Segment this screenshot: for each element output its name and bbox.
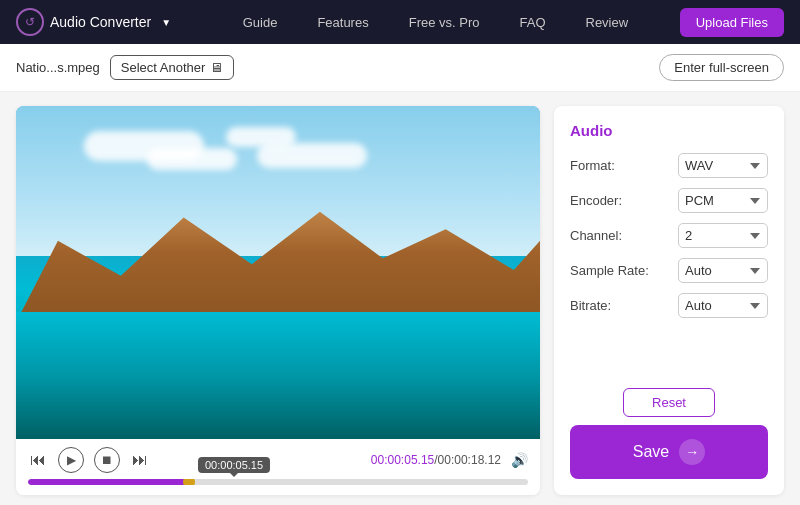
progress-bar[interactable] [28,479,528,485]
fullscreen-button[interactable]: Enter full-screen [659,54,784,81]
save-arrow-icon: → [679,439,705,465]
encoder-label: Encoder: [570,193,622,208]
progress-fill [28,479,193,485]
format-label: Format: [570,158,615,173]
channel-label: Channel: [570,228,622,243]
logo-chevron: ▼ [161,17,171,28]
channel-row: Channel: 21 [570,223,768,248]
logo-icon: ↺ [16,8,44,36]
format-select[interactable]: WAVMP3AACFLAC [678,153,768,178]
cloud-2 [147,148,237,170]
navbar: ↺ Audio Converter ▼ Guide Features Free … [0,0,800,44]
monitor-icon: 🖥 [210,60,223,75]
select-another-label: Select Another [121,60,206,75]
sample-rate-select[interactable]: Auto4410048000 [678,258,768,283]
nav-guide[interactable]: Guide [243,15,278,30]
forward-button[interactable]: ⏭ [130,449,150,471]
settings-panel: Audio Format: WAVMP3AACFLAC Encoder: PCM… [554,106,784,495]
bitrate-select[interactable]: Auto128k256k [678,293,768,318]
bitrate-label: Bitrate: [570,298,611,313]
nav-free-vs-pro[interactable]: Free vs. Pro [409,15,480,30]
nav-links: Guide Features Free vs. Pro FAQ Review [191,15,680,30]
encoder-select[interactable]: PCMMP3 [678,188,768,213]
logo-text: Audio Converter [50,14,151,30]
cloud-4 [257,143,367,168]
progress-area: 00:00:05.15 [28,479,528,485]
toolbar-left: Natio...s.mpeg Select Another 🖥 [16,55,234,80]
nav-features[interactable]: Features [317,15,368,30]
main-content: ⏮ ▶ ⏹ ⏭ 00:00:05.15/00:00:18.12 🔊 00:00:… [0,92,800,505]
reset-button[interactable]: Reset [623,388,715,417]
select-another-button[interactable]: Select Another 🖥 [110,55,235,80]
encoder-row: Encoder: PCMMP3 [570,188,768,213]
format-row: Format: WAVMP3AACFLAC [570,153,768,178]
video-preview [16,106,540,439]
time-current: 00:00:05.15 [371,453,434,467]
save-label: Save [633,443,669,461]
video-controls: ⏮ ▶ ⏹ ⏭ 00:00:05.15/00:00:18.12 🔊 00:00:… [16,439,540,495]
settings-title: Audio [570,122,768,139]
rewind-button[interactable]: ⏮ [28,449,48,471]
stop-button[interactable]: ⏹ [94,447,120,473]
play-button[interactable]: ▶ [58,447,84,473]
sample-rate-label: Sample Rate: [570,263,649,278]
toolbar: Natio...s.mpeg Select Another 🖥 Enter fu… [0,44,800,92]
nav-faq[interactable]: FAQ [519,15,545,30]
sample-rate-row: Sample Rate: Auto4410048000 [570,258,768,283]
clouds [68,123,382,206]
time-tooltip: 00:00:05.15 [198,457,270,473]
settings-rows: Format: WAVMP3AACFLAC Encoder: PCMMP3 Ch… [570,153,768,380]
progress-marker [183,479,195,485]
controls-row: ⏮ ▶ ⏹ ⏭ 00:00:05.15/00:00:18.12 🔊 [28,447,528,473]
file-name: Natio...s.mpeg [16,60,100,75]
channel-select[interactable]: 21 [678,223,768,248]
water [16,312,540,439]
save-button[interactable]: Save → [570,425,768,479]
upload-files-button[interactable]: Upload Files [680,8,784,37]
logo[interactable]: ↺ Audio Converter ▼ [16,8,171,36]
time-total: 00:00:18.12 [438,453,501,467]
bitrate-row: Bitrate: Auto128k256k [570,293,768,318]
video-panel: ⏮ ▶ ⏹ ⏭ 00:00:05.15/00:00:18.12 🔊 00:00:… [16,106,540,495]
volume-icon[interactable]: 🔊 [511,452,528,468]
nav-review[interactable]: Review [586,15,629,30]
